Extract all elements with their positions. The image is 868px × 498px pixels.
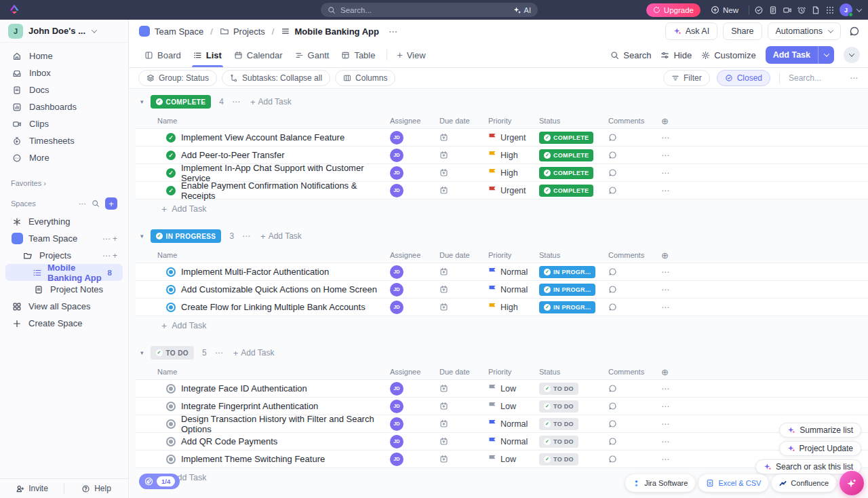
comment-icon[interactable] [608,186,661,195]
customize-button[interactable]: Customize [701,50,755,60]
task-row[interactable]: Implement In-App Chat Support with Custo… [136,164,868,182]
invite-button[interactable]: Invite [0,479,64,498]
task-status-badge[interactable]: ✓COMPLETE [539,167,593,179]
due-date-calendar-icon[interactable] [439,437,488,446]
col-assignee[interactable]: Assignee [390,368,439,376]
priority-cell[interactable]: High [488,151,539,160]
subtasks-pill[interactable]: Subtasks: Collapse all [222,70,330,86]
tree-item[interactable]: Team Space ⋯ + [5,230,123,247]
row-ellipsis-icon[interactable]: ⋯ [661,186,670,195]
view-tab[interactable]: Board [138,43,187,67]
trial-progress-badge[interactable]: 1/4 [139,474,180,489]
due-date-calendar-icon[interactable] [439,285,488,294]
task-row[interactable]: Add Customizable Quick Actions on Home S… [136,281,868,299]
group-ellipsis-icon[interactable]: ⋯ [215,348,224,358]
task-name[interactable]: Implement Theme Switching Feature [181,454,325,464]
task-status-icon[interactable] [166,151,176,160]
col-name[interactable]: Name [136,117,390,125]
task-row[interactable]: Integrate Face ID Authentication JD Low … [136,380,868,398]
group-status-badge[interactable]: ✓ IN PROGRESS [151,229,222,243]
apps-grid-icon[interactable] [825,5,835,15]
row-ellipsis-icon[interactable]: ⋯ [661,303,670,312]
due-date-calendar-icon[interactable] [439,267,488,276]
task-name[interactable]: Add Customizable Quick Actions on Home S… [181,284,377,294]
comment-icon[interactable] [608,168,661,177]
priority-cell[interactable]: Urgent [488,133,539,142]
automations-button[interactable]: Automations [768,22,841,40]
task-name[interactable]: Create Flow for Linking Multiple Bank Ac… [181,302,366,312]
priority-cell[interactable]: Normal [488,419,539,429]
record-clip-icon[interactable] [783,5,792,15]
sidebar-nav-item[interactable]: More [5,149,123,166]
favorites-header[interactable]: Favorites › [0,176,128,191]
col-status[interactable]: Status [539,251,608,259]
task-status-badge[interactable]: ✓COMPLETE [539,185,593,197]
priority-cell[interactable]: Low [488,402,539,411]
col-due-date[interactable]: Due date [439,251,488,259]
priority-cell[interactable]: Normal [488,285,539,294]
row-ellipsis-icon[interactable]: ⋯ [661,384,670,394]
task-status-icon[interactable] [166,455,176,464]
due-date-calendar-icon[interactable] [439,455,488,463]
breadcrumb-space[interactable]: Team Space [155,26,203,37]
task-status-icon[interactable] [166,419,176,429]
assignee-avatar[interactable]: JD [390,435,403,448]
col-assignee[interactable]: Assignee [390,117,439,125]
col-status[interactable]: Status [539,368,608,376]
closed-pill[interactable]: Closed [717,70,770,86]
assignee-avatar[interactable]: JD [390,301,403,314]
tree-item[interactable]: View all Spaces [5,298,123,315]
task-status-badge[interactable]: ✓COMPLETE [539,132,593,144]
jira-software-button[interactable]: Jira Software [625,474,695,492]
view-tab[interactable]: Calendar [228,43,289,67]
due-date-calendar-icon[interactable] [439,402,488,410]
add-column-icon[interactable]: ⊕ [661,367,685,377]
filter-ellipsis-icon[interactable]: ⋯ [850,73,859,83]
task-name[interactable]: Integrate Fingerprint Authentication [181,401,318,411]
tree-item[interactable]: Everything [5,213,123,230]
breadcrumb-current[interactable]: Mobile Banking App [294,26,378,37]
filter-pill[interactable]: Filter [663,70,710,86]
group-status-badge[interactable]: ✓ TO DO [151,346,194,360]
priority-cell[interactable]: High [488,168,539,178]
priority-cell[interactable]: Low [488,455,539,464]
add-view-button[interactable]: +View [393,50,429,60]
collapse-caret-icon[interactable]: ▾ [140,98,144,105]
assignee-avatar[interactable]: JD [390,400,403,413]
assignee-avatar[interactable]: JD [390,382,403,396]
task-status-badge[interactable]: ✓COMPLETE [539,149,593,161]
new-button[interactable]: New [705,3,744,17]
comment-icon[interactable] [608,285,661,294]
due-date-calendar-icon[interactable] [439,303,488,311]
tree-item[interactable]: Project Notes [5,281,123,298]
confluence-button[interactable]: Confluence [772,474,836,492]
task-name[interactable]: Integrate Face ID Authentication [181,383,307,394]
priority-cell[interactable]: Normal [488,267,539,277]
columns-pill[interactable]: Columns [335,70,395,86]
row-ellipsis-icon[interactable]: ⋯ [661,437,670,446]
add-column-icon[interactable]: ⊕ [661,250,685,261]
comment-icon[interactable] [608,133,661,142]
global-search-input[interactable]: Search... AI [321,3,538,17]
task-status-icon[interactable] [166,168,176,178]
group-ellipsis-icon[interactable]: ⋯ [242,231,251,241]
due-date-calendar-icon[interactable] [439,384,488,393]
due-date-calendar-icon[interactable] [439,151,488,159]
assignee-avatar[interactable]: JD [390,453,403,466]
col-status[interactable]: Status [539,117,608,125]
due-date-calendar-icon[interactable] [439,133,488,142]
task-name[interactable]: Implement Multi-Factor Authentication [181,267,329,277]
task-status-icon[interactable] [166,285,176,294]
notepad-icon[interactable] [768,5,778,15]
group-by-pill[interactable]: Group: Status [138,70,217,86]
group-add-task[interactable]: +Add Task [250,97,292,107]
spaces-ellipsis-icon[interactable]: ⋯ [79,199,86,208]
comment-icon[interactable] [608,437,661,446]
add-task-button[interactable]: Add Task [766,46,834,64]
task-name[interactable]: Enable Payment Confirmation Notification… [181,180,390,201]
task-name[interactable]: Design Transaction History with Filter a… [181,414,390,434]
help-button[interactable]: Help [64,479,128,498]
col-comments[interactable]: Comments [608,251,661,259]
col-comments[interactable]: Comments [608,368,661,376]
comment-icon[interactable] [608,303,661,311]
